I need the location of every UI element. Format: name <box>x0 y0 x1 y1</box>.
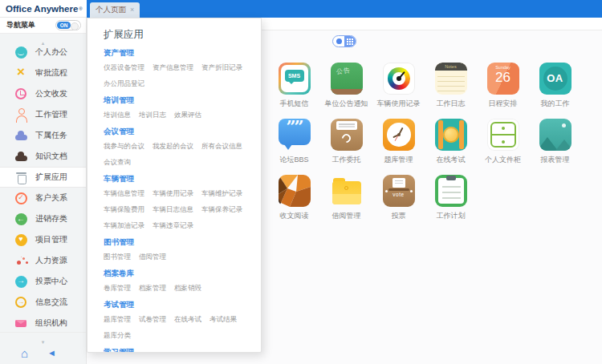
sidebar-item-label: 投票中心 <box>35 276 67 287</box>
flyout-section-header: 考试管理 <box>104 300 256 310</box>
sidebar-item-org-structure[interactable]: 组织机构 <box>0 313 86 334</box>
app-label: 单位公告通知 <box>320 99 372 109</box>
flyout-app-link[interactable]: 会议查询 <box>104 158 131 168</box>
flyout-app-link[interactable]: 题库管理 <box>104 315 131 325</box>
app-announcement[interactable]: 公告 单位公告通知 <box>320 58 372 114</box>
home-icon[interactable] <box>21 347 28 359</box>
flyout-app-link[interactable]: 借阅管理 <box>139 253 166 262</box>
app-clipboard[interactable]: 工作计划 <box>425 170 477 226</box>
sidebar-item-knowledge-doc[interactable]: 知识文档 <box>0 146 86 167</box>
app-label: 论坛BBS <box>268 155 320 165</box>
knowledge-doc-icon <box>14 149 28 164</box>
sidebar-footer-collapse-handle[interactable] <box>0 332 86 342</box>
sidebar-item-extended-app[interactable]: 扩展应用 <box>0 167 86 188</box>
view-toggle-circle[interactable] <box>333 36 344 47</box>
app-oa-badge[interactable]: OA 我的工作 <box>529 58 581 114</box>
app-vehicle-gauge[interactable]: 车辆使用记录 <box>372 58 425 114</box>
flyout-app-link[interactable]: 所有会议信息 <box>201 142 242 152</box>
sidebar-item-info-exchange[interactable]: 信息交流 <box>0 292 86 313</box>
vehicle-gauge-icon <box>383 63 415 95</box>
sidebar-item-label: 下属任务 <box>35 130 67 141</box>
flyout-app-link[interactable]: 图书管理 <box>104 253 131 262</box>
cabinet-icon <box>487 119 519 151</box>
flyout-app-link[interactable]: 效果评估 <box>174 111 201 120</box>
sidebar-item-inventory[interactable]: 进销存类 <box>0 208 86 229</box>
app-delegate[interactable]: 工作委托 <box>320 114 372 170</box>
flyout-app-link[interactable]: 车辆保养记录 <box>201 205 242 215</box>
tab-personal-page[interactable]: 个人页面 × <box>90 2 140 18</box>
flyout-app-link[interactable]: 卷库管理 <box>104 284 131 293</box>
circle-view-icon <box>336 38 342 44</box>
flyout-app-link[interactable]: 资产信息管理 <box>153 63 193 73</box>
hr-icon <box>14 253 28 268</box>
flyout-app-link[interactable]: 题库分类 <box>104 331 131 341</box>
work-manage-icon <box>14 107 28 122</box>
flyout-app-link[interactable]: 档案销毁 <box>174 284 201 293</box>
flyout-app-link[interactable]: 车辆使用记录 <box>153 189 193 199</box>
sidebar-item-vote-center[interactable]: 投票中心 <box>0 271 86 292</box>
flyout-app-link[interactable]: 档案管理 <box>139 284 166 293</box>
flyout-app-link[interactable]: 我参与的会议 <box>104 142 144 152</box>
sidebar-item-subordinate-task[interactable]: 下属任务 <box>0 125 86 146</box>
app-cabinet[interactable]: 个人文件柜 <box>477 114 529 170</box>
extended-app-icon <box>14 170 28 184</box>
document-exchange-icon <box>14 87 28 101</box>
flyout-app-link[interactable]: 考试结果 <box>209 315 237 325</box>
sidebar-item-label: 组织机构 <box>35 317 67 329</box>
flyout-app-link[interactable]: 仪器设备管理 <box>104 63 144 73</box>
flyout-app-link[interactable]: 资产折旧记录 <box>201 63 242 73</box>
nav-menu-toggle[interactable]: ON <box>55 20 81 30</box>
app-calendar[interactable]: Sunday26 日程安排 <box>477 58 529 114</box>
sidebar-item-document-exchange[interactable]: 公文收发 <box>0 83 86 104</box>
sidebar-menu: 个人办公 审批流程 公文收发 工作管理 下属任务 知识文档 扩展应用 客户关系 … <box>0 42 86 334</box>
app-exam-coin[interactable]: 在线考试 <box>425 114 477 170</box>
flyout-section-header: 资产管理 <box>104 48 256 59</box>
flyout-app-link[interactable]: 车辆违章记录 <box>153 221 193 231</box>
delegate-icon <box>331 119 363 151</box>
flyout-app-link[interactable]: 培训信息 <box>104 111 131 120</box>
app-sms[interactable]: SMS 手机短信 <box>268 58 320 114</box>
sidebar-item-label: 信息交流 <box>35 297 67 308</box>
grid-view-icon <box>347 38 353 45</box>
project-manage-icon <box>14 233 28 247</box>
app-label: 车辆使用记录 <box>372 99 425 109</box>
sidebar-collapse-handle[interactable] <box>0 34 86 42</box>
app-clock[interactable]: 题库管理 <box>372 114 425 170</box>
app-label: 在线考试 <box>425 155 477 165</box>
flyout-app-link[interactable]: 培训日志 <box>139 111 166 120</box>
flyout-app-link[interactable]: 车辆信息管理 <box>104 189 144 199</box>
flyout-app-link[interactable]: 车辆加油记录 <box>104 221 144 231</box>
flyout-section-items: 题库管理试卷管理在线考试考试结果题库分类 <box>104 315 258 341</box>
nav-menu-label: 导航菜单 <box>6 20 35 30</box>
customer-relation-icon <box>14 191 28 205</box>
app-forum[interactable]: 论坛BBS <box>268 114 320 170</box>
app-folder[interactable]: 借阅管理 <box>320 170 372 226</box>
ballot-icon: vote <box>383 175 415 207</box>
flyout-section: 车辆管理 车辆信息管理车辆使用记录车辆维护记录车辆保险费用车辆日志信息车辆保养记… <box>104 174 256 231</box>
app-report-image[interactable]: 报表管理 <box>529 114 581 170</box>
flyout-app-link[interactable]: 我发起的会议 <box>153 142 193 152</box>
facet-doc-icon <box>279 175 311 207</box>
flyout-app-link[interactable]: 车辆保险费用 <box>104 205 144 215</box>
app-notes[interactable]: Notes 工作日志 <box>425 58 477 114</box>
subordinate-task-icon <box>14 128 28 143</box>
sidebar-item-customer-relation[interactable]: 客户关系 <box>0 188 86 208</box>
sidebar-item-approval-flow[interactable]: 审批流程 <box>0 63 86 83</box>
flyout-app-link[interactable]: 车辆维护记录 <box>201 189 242 199</box>
app-ballot[interactable]: vote 投票 <box>372 170 425 226</box>
flyout-app-link[interactable]: 试卷管理 <box>139 315 166 325</box>
tab-close-icon[interactable]: × <box>130 6 134 14</box>
flyout-app-link[interactable]: 在线考试 <box>174 315 201 325</box>
flyout-app-link[interactable]: 车辆日志信息 <box>153 205 193 215</box>
app-label: 收文阅读 <box>268 211 320 221</box>
approval-flow-icon <box>14 66 28 80</box>
info-exchange-icon <box>14 295 28 309</box>
back-icon[interactable] <box>47 349 56 358</box>
sidebar-item-work-manage[interactable]: 工作管理 <box>0 104 86 125</box>
flyout-app-link[interactable]: 办公用品登记 <box>104 79 144 89</box>
sidebar-item-project-manage[interactable]: 项目管理 <box>0 229 86 250</box>
app-facet-doc[interactable]: 收文阅读 <box>268 170 320 226</box>
view-toggle-grid[interactable] <box>344 36 356 47</box>
sidebar-item-label: 扩展应用 <box>35 172 67 183</box>
sidebar-item-hr[interactable]: 人力资源 <box>0 250 86 271</box>
